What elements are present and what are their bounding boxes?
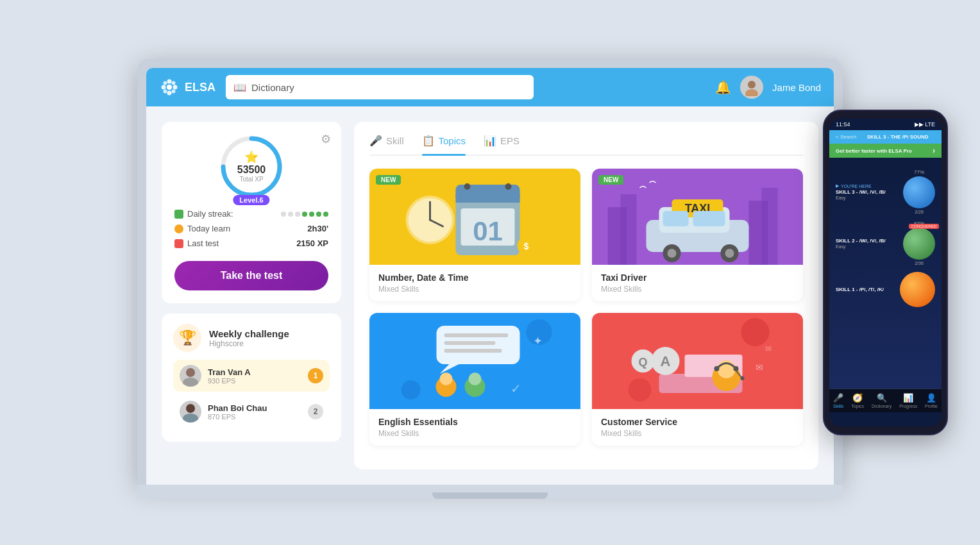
today-learn-row: Today learn 2h30' [174,224,328,233]
leaderboard-item: Tran Van A 930 EPS 1 [173,360,330,392]
mic-icon: 🎤 [369,135,382,147]
challenge-title: Weekly challenge [209,328,289,339]
phone-nav-progress[interactable]: 📊 Progress [899,393,917,408]
skill-name-1: SKILL 3 - /W/, /V/, /B/ [836,189,903,195]
tab-eps-label: EPS [500,135,520,146]
topic-card-customer-service[interactable]: A [592,313,803,446]
skill-item-1[interactable]: ▶YOU'RE HERE SKILL 3 - /W/, /V/, /B/ Eas… [836,169,935,214]
svg-point-67 [741,376,745,380]
rank-badge-2: 2 [308,404,323,419]
tab-skill[interactable]: 🎤 Skill [369,135,404,155]
tab-skill-label: Skill [386,135,404,146]
svg-text:01: 01 [473,216,503,246]
svg-point-10 [745,89,758,96]
skill-name-2: SKILL 2 - /W/, /V/, /B/ [836,238,903,244]
svg-rect-31 [621,194,637,265]
topic-info-taxi: Taxi Driver Mixed Skills [592,265,803,301]
svg-marker-47 [440,364,459,374]
topic-image-english-essentials: ✦ ✓ [369,313,580,409]
phone-nav-profile-label: Profile [925,404,938,408]
topic-info-customer-service: Customer Service Mixed Skills [592,409,803,446]
phone-nav-progress-icon: 📊 [903,393,913,403]
leaderboard-name-1: Tran Van A [208,367,251,377]
skill-item-3[interactable]: SKILL 1 - /P/, /T/, /K/ [836,272,935,307]
phone-space-content: ▶YOU'RE HERE SKILL 3 - /W/, /V/, /B/ Eas… [829,158,942,389]
skill-steps-2: 2/36 [915,261,924,265]
phone-skill-title: SKILL 3 - THE /P/ SOUND [860,134,935,140]
phone-nav-topics-icon: 🧭 [852,393,863,403]
tab-eps[interactable]: 📊 EPS [484,135,520,155]
skill-diff-2: Easy [836,244,903,249]
planet-icon-3 [900,272,935,307]
tab-bar: 🎤 Skill 📋 Topics 📊 EPS [369,135,803,156]
topic-card-taxi[interactable]: NEW [592,169,803,301]
rank-badge-1: 1 [308,368,323,383]
svg-text:$: $ [524,241,529,251]
topic-sub-number-date: Mixed Skills [378,285,571,294]
learn-icon [174,224,183,233]
svg-point-25 [505,183,512,190]
skill-steps-1: 2/28 [915,210,924,214]
planet-icon-1 [903,176,935,208]
challenge-subtitle: Highscore [209,339,289,348]
search-bar[interactable]: 📖 Dictionary [226,75,534,99]
phone-time: 11:54 [836,121,850,128]
take-test-button[interactable]: Take the test [174,261,328,290]
topic-title-taxi: Taxi Driver [601,272,794,283]
svg-point-5 [164,81,167,85]
topic-card-english-essentials[interactable]: ✦ ✓ [369,313,580,446]
level-badge: Level.6 [233,195,269,205]
settings-gear-icon[interactable]: ⚙ [321,132,331,146]
svg-text:✉: ✉ [765,344,772,353]
svg-point-2 [167,91,172,96]
svg-rect-49 [444,341,496,345]
svg-text:✓: ✓ [511,382,521,396]
phone-nav-dictionary[interactable]: 🔍 Dictionary [872,393,891,408]
svg-point-53 [440,373,453,385]
last-test-value: 2150 XP [296,239,328,248]
phone-nav-skills[interactable]: 🎤 Skills [833,393,843,408]
phone-pro-banner[interactable]: Get better faster with ELSA Pro › [829,144,942,158]
xp-label: Total XP [237,175,266,182]
app-header: ELSA 📖 Dictionary 🔔 [146,68,834,106]
phone-nav-topics[interactable]: 🧭 Topics [851,393,864,408]
skill-diff-1: Easy [836,196,903,200]
today-learn-value: 2h30' [307,224,328,233]
topic-image-taxi: NEW [592,169,803,265]
leaderboard-avatar-2 [180,401,201,423]
phone-nav-skills-label: Skills [833,404,843,408]
phone-nav-skills-icon: 🎤 [833,393,843,403]
phone-nav-topics-label: Topics [851,404,864,408]
phone-status-bar: 11:54 ▶▶ LTE [829,119,942,130]
svg-rect-38 [663,211,689,226]
svg-point-43 [725,249,734,258]
skill-name-3: SKILL 1 - /P/, /T/, /K/ [836,287,900,292]
phone-nav-dictionary-icon: 🔍 [877,393,887,403]
logo-text: ELSA [185,81,215,94]
phone-shell: 11:54 ▶▶ LTE < Search SKILL 3 - THE /P/ … [823,110,948,435]
laptop-container: ELSA 📖 Dictionary 🔔 [137,59,843,499]
topic-title-customer-service: Customer Service [601,417,794,427]
phone-nav-profile[interactable]: 👤 Profile [925,393,938,408]
topic-card-number-date[interactable]: NEW [369,169,580,301]
avatar[interactable] [740,76,763,99]
tab-topics[interactable]: 📋 Topics [422,135,466,155]
phone-signal: ▶▶ LTE [915,121,935,128]
search-text: Dictionary [251,82,294,93]
daily-streak-label: Daily streak: [187,209,233,219]
phone-nav-dictionary-label: Dictionary [872,404,891,408]
xp-value: 53500 [237,164,266,176]
svg-rect-33 [762,188,778,265]
leaderboard-eps-2: 870 EPS [208,413,267,421]
svg-point-7 [164,90,167,94]
phone-back-label[interactable]: < Search [836,134,856,140]
notification-bell-icon[interactable]: 🔔 [715,80,731,95]
svg-rect-50 [444,349,502,353]
xp-circle: ⭐ 53500 Total XP Level.6 [219,135,283,199]
phone-nav: 🎤 Skills 🧭 Topics 🔍 Dictionary 📊 Progres… [829,389,942,412]
topic-info-number-date: Number, Date & Time Mixed Skills [369,265,580,301]
phone-container: 11:54 ▶▶ LTE < Search SKILL 3 - THE /P/ … [823,110,948,435]
skill-item-2[interactable]: SKILL 2 - /W/, /V/, /B/ Easy 82% CONQUER… [836,221,935,265]
main-content: ⚙ ⭐ 53500 [146,106,834,485]
topic-title-number-date: Number, Date & Time [378,272,571,283]
